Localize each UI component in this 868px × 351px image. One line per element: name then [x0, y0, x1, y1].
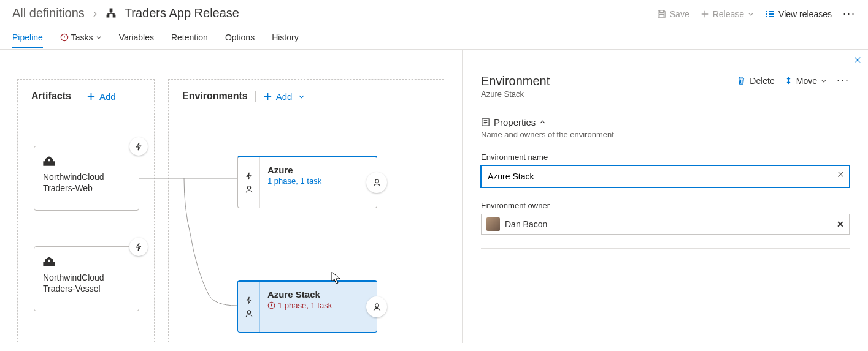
properties-icon	[481, 118, 490, 127]
person-icon	[372, 178, 382, 187]
svg-point-3	[247, 310, 250, 313]
lightning-icon	[134, 142, 143, 151]
chevron-down-icon	[96, 34, 102, 40]
view-releases-button[interactable]: View releases	[765, 9, 832, 19]
build-icon	[43, 255, 130, 268]
tab-variables[interactable]: Variables	[119, 26, 154, 48]
save-icon	[657, 9, 666, 18]
artifacts-column: Artifacts Add NorthwindCloud Traders-Web	[17, 79, 155, 342]
remove-owner-button[interactable]: ✕	[837, 219, 844, 229]
tab-tasks[interactable]: Tasks	[60, 26, 102, 48]
trigger-badge[interactable]	[129, 137, 148, 156]
properties-section-subtitle: Name and owners of the environment	[481, 130, 850, 139]
environment-tasks-link[interactable]: 1 phase, 1 task	[267, 176, 369, 186]
move-icon	[785, 76, 793, 85]
artifact-name: NorthwindCloud Traders-Web	[43, 172, 130, 194]
person-icon	[245, 185, 253, 194]
svg-point-5	[375, 303, 378, 307]
svg-point-2	[375, 179, 378, 183]
chevron-down-icon	[821, 78, 827, 84]
error-icon	[267, 301, 275, 309]
tab-history[interactable]: History	[272, 26, 299, 48]
lightning-icon	[245, 172, 253, 180]
definition-tabs: Pipeline Tasks Variables Retention Optio…	[0, 25, 868, 50]
lightning-icon	[134, 243, 143, 251]
environment-owner-label: Environment owner	[481, 201, 850, 210]
more-menu[interactable]: ···	[843, 7, 856, 20]
environment-tasks-link[interactable]: 1 phase, 1 task	[267, 301, 369, 310]
save-button[interactable]: Save	[657, 9, 689, 19]
tab-retention[interactable]: Retention	[171, 26, 208, 48]
artifacts-header: Artifacts	[31, 91, 71, 102]
build-icon	[43, 155, 130, 168]
predeploy-conditions[interactable]	[238, 282, 260, 332]
chevron-down-icon	[298, 93, 305, 100]
move-environment-button[interactable]: Move	[785, 76, 827, 86]
release-definition-icon	[106, 7, 117, 21]
panel-more-menu[interactable]: ···	[837, 74, 850, 87]
breadcrumb-separator: ›	[93, 6, 97, 20]
artifact-card-web[interactable]: NorthwindCloud Traders-Web	[34, 146, 139, 211]
add-artifact-button[interactable]: Add	[86, 91, 116, 102]
environment-properties-panel: Environment Azure Stack Delete Move ···	[462, 50, 868, 343]
environment-name: Azure	[267, 165, 369, 175]
environment-name-input[interactable]	[481, 165, 850, 187]
release-button[interactable]: Release	[701, 9, 754, 19]
artifact-card-vessel[interactable]: NorthwindCloud Traders-Vessel	[34, 246, 139, 311]
close-icon	[837, 170, 845, 178]
owner-name: Dan Bacon	[505, 219, 547, 229]
error-icon	[60, 33, 69, 42]
trash-icon	[737, 76, 746, 85]
breadcrumb-root[interactable]: All definitions	[12, 6, 85, 20]
delete-environment-button[interactable]: Delete	[737, 76, 774, 86]
plus-icon	[86, 92, 96, 101]
environment-name: Azure Stack	[267, 289, 369, 300]
tab-options[interactable]: Options	[225, 26, 255, 48]
lightning-icon	[245, 296, 253, 304]
chevron-down-icon	[748, 11, 754, 17]
environment-name-label: Environment name	[481, 153, 850, 162]
person-icon	[245, 309, 253, 318]
list-icon	[765, 9, 775, 19]
plus-icon	[701, 10, 709, 18]
panel-subtitle: Azure Stack	[481, 89, 550, 99]
postdeploy-conditions[interactable]	[366, 296, 387, 317]
close-panel-button[interactable]	[850, 52, 866, 70]
tab-pipeline[interactable]: Pipeline	[12, 26, 43, 48]
predeploy-conditions[interactable]	[238, 157, 260, 208]
page-title: Traders App Release	[125, 6, 239, 20]
environments-header: Environments	[182, 91, 248, 102]
add-environment-button[interactable]: Add	[263, 91, 305, 102]
clear-input-button[interactable]	[837, 170, 845, 180]
environment-owner-field[interactable]: Dan Bacon ✕	[481, 214, 850, 235]
properties-section-header[interactable]: Properties	[481, 117, 850, 127]
artifact-name: NorthwindCloud Traders-Vessel	[43, 272, 130, 294]
person-icon	[372, 303, 382, 312]
postdeploy-conditions[interactable]	[366, 172, 387, 193]
trigger-badge[interactable]	[129, 238, 148, 256]
section-divider	[481, 248, 850, 249]
environments-column: Environments Add Azure 1 phase, 1 task	[168, 79, 444, 342]
plus-icon	[263, 92, 272, 101]
svg-point-1	[247, 186, 250, 189]
close-icon	[853, 56, 862, 64]
owner-avatar	[486, 217, 500, 231]
panel-title: Environment	[481, 74, 550, 88]
chevron-up-icon	[539, 119, 546, 126]
environment-card-azure[interactable]: Azure 1 phase, 1 task	[237, 156, 377, 208]
environment-card-azure-stack[interactable]: Azure Stack 1 phase, 1 task	[237, 280, 377, 333]
